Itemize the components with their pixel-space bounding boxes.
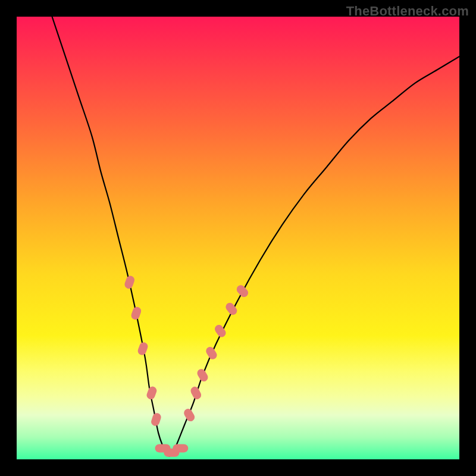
bottleneck-curve — [52, 17, 459, 456]
chart-frame: TheBottleneck.com — [0, 0, 476, 476]
curve-marker — [173, 444, 188, 452]
curve-marker — [130, 306, 143, 321]
curve-marker — [189, 385, 203, 400]
curve-markers — [123, 275, 250, 457]
curve-marker — [146, 386, 158, 400]
curve-marker — [235, 283, 250, 299]
chart-svg — [17, 17, 459, 459]
curve-marker — [137, 341, 149, 356]
curve-marker — [183, 408, 196, 423]
brand-watermark: TheBottleneck.com — [346, 4, 469, 19]
curve-marker — [123, 275, 136, 290]
curve-marker — [205, 345, 219, 361]
plot-area — [17, 17, 459, 459]
curve-marker — [196, 368, 209, 383]
curve-marker — [150, 412, 162, 427]
